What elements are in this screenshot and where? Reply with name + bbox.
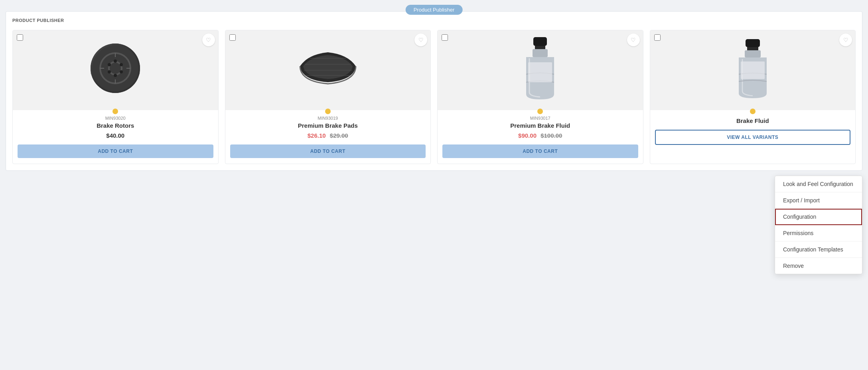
brake-fluid-small-image xyxy=(733,38,773,102)
product-image-area-1: ♡ xyxy=(13,30,218,110)
tooltip-label: Product Publisher xyxy=(414,7,455,13)
add-to-cart-button-2[interactable]: ADD TO CART xyxy=(230,144,426,158)
svg-point-8 xyxy=(114,59,117,63)
add-to-cart-button-1[interactable]: ADD TO CART xyxy=(18,144,213,158)
product-sku-1: MIN93020 xyxy=(18,116,213,121)
product-checkbox-2[interactable] xyxy=(229,34,236,41)
brake-rotor-image xyxy=(85,40,145,100)
svg-rect-25 xyxy=(528,62,552,82)
product-publisher-tooltip: Product Publisher xyxy=(406,5,463,15)
wishlist-button-1[interactable]: ♡ xyxy=(202,34,215,46)
sale-price-2: $26.10 xyxy=(308,132,326,139)
product-publisher-widget: PRODUCT PUBLISHER ♡ xyxy=(6,11,862,171)
sale-price-3: $90.00 xyxy=(518,132,537,139)
wishlist-button-2[interactable]: ♡ xyxy=(414,34,427,46)
svg-rect-29 xyxy=(741,61,765,79)
product-image-area-3: ♡ xyxy=(438,30,643,110)
product-sku-3: MIN93017 xyxy=(442,116,638,121)
context-dropdown-menu: Look and Feel Configuration Export / Imp… xyxy=(775,176,862,274)
original-price-2: $29.00 xyxy=(330,132,348,139)
product-info-3: MIN93017 Premium Brake Fluid $90.00 $100… xyxy=(438,110,643,164)
product-card-brake-rotors: ♡ xyxy=(12,30,219,164)
brake-fluid-large-image xyxy=(518,36,562,104)
svg-point-13 xyxy=(120,70,123,73)
product-checkbox-1[interactable] xyxy=(17,34,23,41)
svg-point-11 xyxy=(120,63,123,66)
svg-point-12 xyxy=(108,70,111,73)
product-sku-2: MIN93019 xyxy=(230,116,426,121)
product-name-4: Brake Fluid xyxy=(655,117,851,124)
svg-point-10 xyxy=(108,63,111,66)
menu-item-look-and-feel[interactable]: Look and Feel Configuration xyxy=(775,176,862,192)
wishlist-button-4[interactable]: ♡ xyxy=(839,34,852,46)
menu-item-export-import[interactable]: Export / Import xyxy=(775,192,862,209)
original-price-3: $100.00 xyxy=(541,132,562,139)
svg-point-7 xyxy=(110,63,121,74)
product-image-area-4: ♡ xyxy=(650,30,856,110)
svg-rect-23 xyxy=(535,46,545,49)
menu-item-configuration-templates[interactable]: Configuration Templates xyxy=(775,241,862,258)
brake-pads-image xyxy=(296,46,360,94)
menu-item-remove[interactable]: Remove xyxy=(775,258,862,274)
product-grid: ♡ xyxy=(12,30,856,164)
menu-item-configuration-label: Configuration xyxy=(783,214,816,220)
menu-item-remove-label: Remove xyxy=(783,263,804,269)
product-card-brake-pads: ♡ MIN93019 Pr xyxy=(225,30,431,164)
svg-rect-27 xyxy=(747,47,758,50)
add-to-cart-button-3[interactable]: ADD TO CART xyxy=(442,144,638,158)
yellow-dot-1 xyxy=(112,109,118,114)
svg-point-9 xyxy=(114,74,117,77)
product-card-brake-fluid: ♡ xyxy=(650,30,856,164)
menu-item-export-import-label: Export / Import xyxy=(783,197,820,204)
wishlist-button-3[interactable]: ♡ xyxy=(627,34,640,46)
yellow-dot-3 xyxy=(537,109,543,114)
product-info-1: MIN93020 Brake Rotors $40.00 ADD TO CART xyxy=(13,110,218,164)
yellow-dot-4 xyxy=(750,109,756,114)
product-checkbox-3[interactable] xyxy=(442,34,448,41)
product-name-2: Premium Brake Pads xyxy=(230,122,426,129)
svg-rect-26 xyxy=(746,39,760,47)
product-card-premium-brake-fluid: ♡ xyxy=(437,30,643,164)
svg-rect-22 xyxy=(533,37,547,46)
view-all-variants-button-4[interactable]: VIEW ALL VARIANTS xyxy=(655,130,851,145)
menu-item-look-and-feel-label: Look and Feel Configuration xyxy=(783,181,853,187)
product-price-1: $40.00 xyxy=(18,132,213,139)
menu-item-configuration-templates-label: Configuration Templates xyxy=(783,246,843,253)
product-info-4: Brake Fluid VIEW ALL VARIANTS xyxy=(650,110,856,150)
product-price-2: $26.10 $29.00 xyxy=(230,132,426,139)
widget-title: PRODUCT PUBLISHER xyxy=(12,18,856,23)
yellow-dot-2 xyxy=(325,109,331,114)
svg-rect-24 xyxy=(533,49,548,57)
product-info-2: MIN93019 Premium Brake Pads $26.10 $29.0… xyxy=(225,110,431,164)
menu-item-configuration[interactable]: Configuration xyxy=(775,209,862,225)
menu-item-permissions-label: Permissions xyxy=(783,230,813,236)
product-name-3: Premium Brake Fluid xyxy=(442,122,638,129)
product-price-3: $90.00 $100.00 xyxy=(442,132,638,139)
product-checkbox-4[interactable] xyxy=(654,34,661,41)
product-name-1: Brake Rotors xyxy=(18,122,213,129)
svg-rect-28 xyxy=(745,50,761,57)
product-image-area-2: ♡ xyxy=(225,30,431,110)
price-value-1: $40.00 xyxy=(106,132,124,139)
menu-item-permissions[interactable]: Permissions xyxy=(775,225,862,241)
